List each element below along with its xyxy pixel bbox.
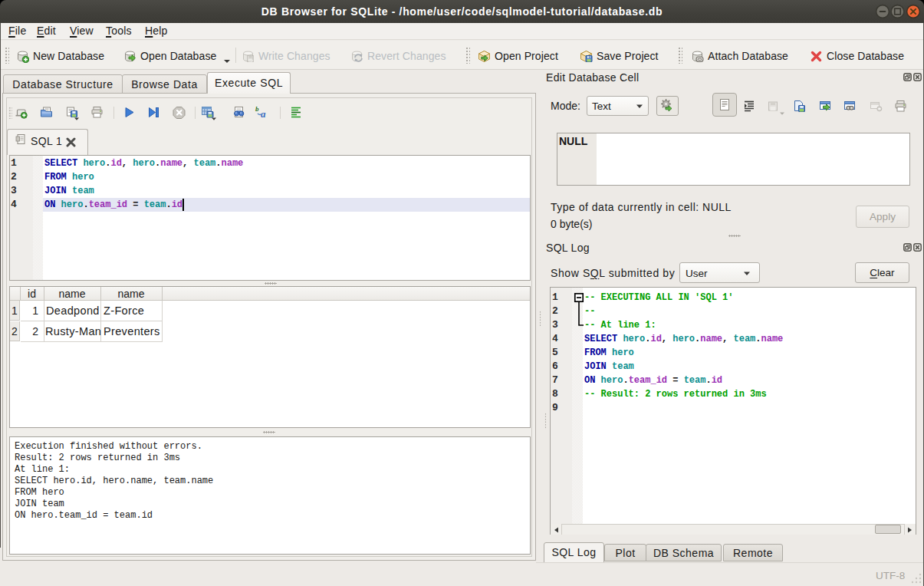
svg-text:b: b (255, 106, 259, 113)
